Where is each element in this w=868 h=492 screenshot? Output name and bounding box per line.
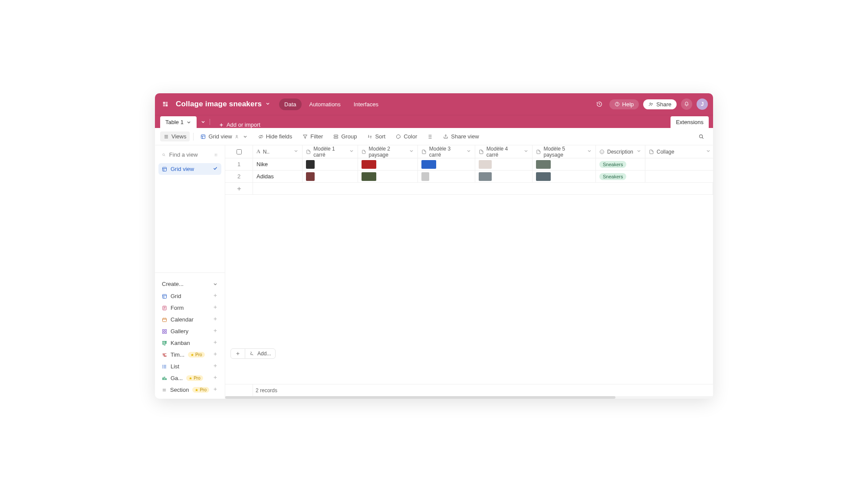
sidebar-view-grid[interactable]: Grid view: [158, 163, 221, 175]
col-modele-3[interactable]: Modèle 3 carré: [418, 145, 475, 158]
create-item-calendar[interactable]: Calendar: [158, 314, 221, 325]
notifications-icon[interactable]: [681, 98, 692, 110]
chevron-down-icon[interactable]: [243, 134, 248, 139]
thumbnail[interactable]: [536, 160, 551, 169]
history-icon[interactable]: [594, 98, 605, 110]
create-item-section[interactable]: Section Pro: [158, 384, 221, 395]
quick-add-record[interactable]: [231, 349, 245, 358]
plus-icon[interactable]: [213, 340, 218, 346]
create-section-header[interactable]: Create...: [158, 279, 221, 289]
chevron-down-icon[interactable]: [466, 148, 471, 155]
attachment-cell[interactable]: [302, 158, 358, 170]
create-item-kanban[interactable]: Kanban: [158, 338, 221, 348]
base-title[interactable]: Collage image sneakers: [176, 100, 262, 108]
sort-button[interactable]: Sort: [364, 131, 389, 141]
view-search-input[interactable]: [169, 151, 210, 158]
attachment-cell[interactable]: [418, 171, 475, 182]
nav-tab-interfaces[interactable]: Interfaces: [349, 98, 384, 110]
gear-icon[interactable]: [214, 152, 218, 157]
thumbnail[interactable]: [421, 160, 436, 169]
plus-icon[interactable]: [213, 328, 218, 335]
chevron-down-icon[interactable]: [523, 148, 529, 155]
thumbnail[interactable]: [306, 172, 315, 181]
create-item-gallery[interactable]: Gallery: [158, 326, 221, 337]
plus-icon[interactable]: [213, 293, 218, 299]
attachment-cell[interactable]: [533, 171, 596, 182]
group-button[interactable]: Group: [330, 131, 360, 141]
attachment-cell[interactable]: [302, 171, 358, 182]
nav-tab-data[interactable]: Data: [279, 98, 301, 110]
description-cell[interactable]: Sneakers: [596, 171, 645, 182]
attachment-cell[interactable]: [418, 158, 475, 170]
col-modele-4[interactable]: Modèle 4 carré: [475, 145, 533, 158]
chevron-down-icon[interactable]: [186, 120, 191, 125]
select-all-checkbox[interactable]: [237, 149, 242, 154]
plus-icon[interactable]: [213, 316, 218, 323]
collage-cell[interactable]: [645, 158, 713, 170]
description-cell[interactable]: Sneakers: [596, 158, 645, 170]
row-number-cell[interactable]: 2: [225, 171, 253, 182]
thumbnail[interactable]: [479, 160, 492, 169]
plus-icon[interactable]: [213, 351, 218, 358]
attachment-cell[interactable]: [475, 171, 533, 182]
plus-icon[interactable]: [213, 363, 218, 370]
create-item-list[interactable]: List: [158, 361, 221, 372]
col-collage[interactable]: Collage: [645, 145, 713, 158]
attachment-cell[interactable]: [358, 158, 418, 170]
create-item-grid[interactable]: Grid: [158, 291, 221, 302]
collage-cell[interactable]: [645, 171, 713, 182]
thumbnail[interactable]: [479, 172, 492, 181]
view-search[interactable]: [158, 149, 221, 161]
base-menu-chevron[interactable]: [265, 100, 270, 108]
plus-icon[interactable]: [213, 387, 218, 393]
table-tab-active[interactable]: Table 1: [160, 116, 197, 128]
row-number-cell[interactable]: 1: [225, 158, 253, 170]
avatar[interactable]: J: [697, 98, 708, 110]
thumbnail[interactable]: [421, 172, 429, 181]
chevron-down-icon[interactable]: [706, 148, 711, 155]
share-button[interactable]: Share: [643, 99, 677, 109]
chevron-down-icon[interactable]: [587, 148, 592, 155]
row-height-button[interactable]: [424, 132, 436, 141]
share-view-button[interactable]: Share view: [440, 131, 482, 141]
thumbnail[interactable]: [362, 172, 376, 181]
chevron-down-icon[interactable]: [636, 148, 641, 155]
thumbnail[interactable]: [362, 160, 376, 169]
col-description[interactable]: Description: [596, 145, 645, 158]
nav-tab-automations[interactable]: Automations: [304, 98, 346, 110]
thumbnail[interactable]: [536, 172, 551, 181]
views-toggle[interactable]: Views: [160, 131, 190, 141]
table-row[interactable]: 2 Adidas Sneakers: [225, 171, 713, 183]
thumbnail[interactable]: [306, 160, 315, 169]
add-record-button[interactable]: [225, 183, 253, 194]
table-row[interactable]: 1 Nike Sneakers: [225, 158, 713, 171]
search-records-button[interactable]: [695, 132, 708, 141]
col-modele-1[interactable]: Modèle 1 carré: [302, 145, 358, 158]
horizontal-scrollbar[interactable]: [225, 396, 713, 399]
name-cell[interactable]: Adidas: [253, 171, 302, 182]
attachment-cell[interactable]: [475, 158, 533, 170]
extensions-tab[interactable]: Extensions: [671, 116, 709, 128]
create-item-form[interactable]: Form: [158, 302, 221, 313]
chevron-down-icon[interactable]: [349, 148, 354, 155]
create-item-tim[interactable]: Tim... Pro: [158, 349, 221, 360]
help-button[interactable]: Help: [609, 99, 639, 109]
col-name[interactable]: A N..: [253, 145, 302, 158]
col-checkbox[interactable]: [225, 145, 253, 158]
hide-fields-button[interactable]: Hide fields: [255, 131, 296, 141]
chevron-down-icon[interactable]: [293, 148, 299, 155]
current-view-button[interactable]: Grid view: [197, 131, 251, 141]
color-button[interactable]: Color: [392, 131, 421, 141]
plus-icon[interactable]: [213, 305, 218, 311]
attachment-cell[interactable]: [533, 158, 596, 170]
attachment-cell[interactable]: [358, 171, 418, 182]
create-item-ga[interactable]: Ga... Pro: [158, 373, 221, 384]
add-or-import-button[interactable]: Add or import: [219, 121, 260, 128]
plus-icon[interactable]: [213, 375, 218, 381]
name-cell[interactable]: Nike: [253, 158, 302, 170]
col-modele-5[interactable]: Modèle 5 paysage: [533, 145, 596, 158]
quick-add-menu[interactable]: Add...: [245, 349, 275, 358]
filter-button[interactable]: Filter: [299, 131, 326, 141]
table-tabs-dropdown[interactable]: [199, 118, 207, 126]
chevron-down-icon[interactable]: [409, 148, 414, 155]
